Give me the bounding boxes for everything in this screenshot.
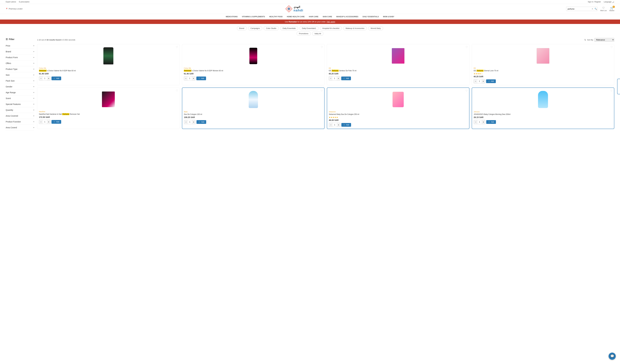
qty-decrease-button[interactable]: − bbox=[329, 76, 333, 80]
filter-header[interactable]: Age Range ▾ bbox=[6, 91, 34, 94]
filter-header[interactable]: Area Covered ▾ bbox=[6, 115, 34, 117]
pharmacy-locator[interactable]: 📍 Pharmacy Locator bbox=[6, 8, 23, 10]
filter-header[interactable]: Price ▾ bbox=[6, 45, 34, 47]
filter-header[interactable]: Product Type ▾ bbox=[6, 68, 34, 70]
sort-select[interactable]: Relevance Price Low to High Price High t… bbox=[594, 38, 614, 42]
chip-daily-essentials[interactable]: Daily Essentials bbox=[280, 26, 298, 30]
chip-hospital-kit-checklist[interactable]: Hospital Kit checklist bbox=[320, 26, 342, 30]
qty-decrease-button[interactable]: − bbox=[474, 120, 478, 124]
filter-section-price[interactable]: Price ▾ bbox=[6, 43, 34, 49]
add-to-cart-button[interactable]: 🛒 Add bbox=[51, 120, 61, 124]
nav-item-home-health-care[interactable]: HOME HEALTH CARE bbox=[287, 16, 305, 18]
qty-increase-button[interactable]: + bbox=[192, 76, 195, 80]
promo-tc-link[interactable]: T&C apply bbox=[326, 21, 335, 23]
product-card: ♡ Colour Me Perfumer's Choice Valerie No… bbox=[182, 44, 325, 85]
basket-button[interactable]: 🛒 0 Basket bbox=[609, 6, 614, 11]
nav-item-mom---baby[interactable]: MOM & BABY bbox=[383, 16, 394, 18]
add-to-cart-button[interactable]: 🛒 Add bbox=[51, 76, 61, 80]
nav-item-vitamins---supplements[interactable]: VITAMINS & SUPPLEMENTS bbox=[242, 16, 265, 18]
filter-section-area-covered[interactable]: Area Covered ▾ bbox=[6, 113, 34, 119]
wishlist-button-5[interactable]: ♡ bbox=[176, 89, 178, 92]
wishlist-button-4[interactable]: ♡ bbox=[610, 46, 613, 49]
filter-section-special-features[interactable]: Special Features ▾ bbox=[6, 101, 34, 107]
filter-header[interactable]: Brand ▾ bbox=[6, 50, 34, 53]
qty-decrease-button[interactable]: − bbox=[39, 120, 43, 124]
filter-header[interactable]: Gender ▾ bbox=[6, 86, 34, 88]
wishlist-button-7[interactable]: ♡ bbox=[465, 89, 468, 92]
wishlist-button-3[interactable]: ♡ bbox=[465, 46, 468, 49]
nav-item-healthy-food[interactable]: HEALTHY FOOD bbox=[269, 16, 283, 18]
qty-increase-button[interactable]: + bbox=[337, 76, 340, 80]
add-to-cart-button[interactable]: 🛒 Add bbox=[486, 79, 496, 83]
filter-section-age-range[interactable]: Age Range ▾ bbox=[6, 90, 34, 95]
add-to-cart-button[interactable]: 🛒 Add bbox=[486, 120, 496, 124]
nav-item-hair-care[interactable]: HAIR CARE bbox=[309, 16, 318, 18]
filter-header[interactable]: Offers ▾ bbox=[6, 62, 34, 64]
filter-section-offers[interactable]: Offers ▾ bbox=[6, 61, 34, 66]
filter-section-area-coverd[interactable]: Area Coverd ▾ bbox=[6, 125, 34, 131]
filter-header[interactable]: Scent ▾ bbox=[6, 97, 34, 99]
qty-decrease-button[interactable]: − bbox=[474, 79, 477, 83]
filter-section-brand[interactable]: Brand ▾ bbox=[6, 49, 34, 55]
chip-color-studio[interactable]: Color Studio bbox=[264, 26, 279, 30]
chip-campaigns[interactable]: Campaigns bbox=[248, 26, 262, 30]
filter-header[interactable]: Product Form ▾ bbox=[6, 56, 34, 59]
wishlist-button[interactable]: ♡ Wish List bbox=[600, 6, 607, 11]
wishlist-button-8[interactable]: ♡ bbox=[610, 89, 613, 92]
filter-header[interactable]: Quantity ▾ bbox=[6, 109, 34, 111]
add-to-cart-button[interactable]: 🛒 Add bbox=[341, 76, 351, 80]
chip-brand[interactable]: Brand bbox=[237, 26, 247, 30]
filter-section-scent[interactable]: Scent ▾ bbox=[6, 95, 34, 101]
qty-increase-button[interactable]: + bbox=[47, 120, 50, 124]
product-name: OE Perfume Senteur De Fete 75 ml bbox=[329, 70, 467, 72]
eprescription-link[interactable]: E-prescription bbox=[19, 1, 30, 3]
filter-sections: Price ▾ Brand ▾ Product Form ▾ Offers ▾ … bbox=[6, 43, 34, 131]
qty-decrease-button[interactable]: − bbox=[329, 123, 333, 127]
product-brand: Babe bbox=[184, 111, 323, 113]
filter-section-product-form[interactable]: Product Form ▾ bbox=[6, 55, 34, 61]
clear-search-icon[interactable]: ✕ bbox=[592, 8, 593, 10]
filter-section-product-type[interactable]: Product Type ▾ bbox=[6, 66, 34, 72]
qty-increase-button[interactable]: + bbox=[481, 120, 485, 124]
filter-section-gender[interactable]: Gender ▾ bbox=[6, 84, 34, 90]
qty-decrease-button[interactable]: − bbox=[39, 76, 43, 80]
filter-section-quantity[interactable]: Quantity ▾ bbox=[6, 107, 34, 113]
chip-makeup---accessories[interactable]: Makeup & Accessories bbox=[343, 26, 367, 30]
qty-increase-button[interactable]: + bbox=[47, 76, 50, 80]
chip-mom--baby[interactable]: Mom& Baby bbox=[368, 26, 383, 30]
wishlist-button-2[interactable]: ♡ bbox=[321, 46, 323, 49]
add-to-cart-button[interactable]: 🛒 Add bbox=[197, 120, 206, 124]
qty-increase-button[interactable]: + bbox=[337, 123, 340, 127]
wishlist-button-6[interactable]: ♡ bbox=[321, 89, 323, 92]
chip-daily-essentials1[interactable]: Daily Essentials1 bbox=[300, 26, 319, 30]
wishlist-button-1[interactable]: ♡ bbox=[176, 46, 178, 49]
add-to-cart-button[interactable]: 🛒 Add bbox=[341, 123, 351, 127]
chip-promotions[interactable]: Promotions bbox=[297, 31, 311, 36]
product-brand: Colour Me bbox=[39, 67, 178, 69]
language-selector[interactable]: Language: عر bbox=[604, 1, 614, 3]
product-image-container bbox=[329, 46, 467, 66]
chip-baby-kit[interactable]: baby kit bbox=[312, 31, 323, 36]
filter-header[interactable]: Size ▾ bbox=[6, 74, 34, 76]
nav-item-skin-care[interactable]: SKIN CARE bbox=[323, 16, 332, 18]
nav-item-medications[interactable]: MEDICATIONS bbox=[226, 16, 238, 18]
nav-item-daily-essentials[interactable]: DAILY ESSENTIALS bbox=[363, 16, 379, 18]
filter-section-size[interactable]: Size ▾ bbox=[6, 72, 34, 78]
filter-header[interactable]: Product Function ▾ bbox=[6, 121, 34, 123]
filter-section-pack-size[interactable]: Pack Size ▾ bbox=[6, 78, 34, 84]
signin-register-link[interactable]: Sign In / Register bbox=[588, 1, 601, 3]
logo[interactable]: النهدي nahdi bbox=[285, 5, 303, 12]
qty-decrease-button[interactable]: − bbox=[184, 76, 188, 80]
add-to-cart-button[interactable]: 🛒 Add bbox=[196, 76, 206, 80]
search-input[interactable] bbox=[568, 8, 590, 10]
qty-increase-button[interactable]: + bbox=[481, 79, 485, 83]
filter-label: Age Range bbox=[6, 91, 16, 94]
qty-increase-button[interactable]: + bbox=[192, 120, 196, 124]
expert-advice-link[interactable]: Expert advice bbox=[6, 1, 16, 3]
nav-item-makeup---accessories[interactable]: MAKEUP & ACCESSORIES bbox=[336, 16, 358, 18]
filter-section-product-function[interactable]: Product Function ▾ bbox=[6, 119, 34, 125]
filter-header[interactable]: Pack Size ▾ bbox=[6, 80, 34, 82]
filter-header[interactable]: Area Coverd ▾ bbox=[6, 126, 34, 129]
qty-decrease-button[interactable]: − bbox=[184, 120, 188, 124]
filter-header[interactable]: Special Features ▾ bbox=[6, 103, 34, 105]
